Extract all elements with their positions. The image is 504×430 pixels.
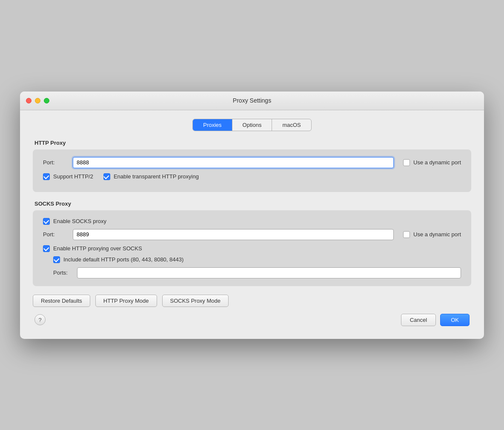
titlebar: Proxy Settings xyxy=(20,92,484,110)
http-port-input[interactable] xyxy=(73,157,394,168)
enable-http-over-socks-checkbox[interactable] xyxy=(43,245,50,252)
support-http2-row: Support HTTP/2 Enable transparent HTTP p… xyxy=(43,173,461,180)
socks-extra-ports-row: Ports: xyxy=(53,267,461,278)
socks-dynamic-port-label: Use a dynamic port xyxy=(413,231,461,238)
proxy-settings-window: Proxy Settings Proxies Options macOS HTT… xyxy=(20,92,484,339)
http-proxy-section-label: HTTP Proxy xyxy=(34,140,471,146)
socks-proxy-section-label: SOCKS Proxy xyxy=(34,201,471,207)
http-port-row: Port: Use a dynamic port xyxy=(43,157,461,168)
traffic-lights xyxy=(26,98,49,103)
socks-proxy-panel: Enable SOCKS proxy Port: Use a dynamic p… xyxy=(33,210,471,286)
tab-bar: Proxies Options macOS xyxy=(33,119,471,131)
tab-group: Proxies Options macOS xyxy=(192,119,312,131)
include-default-ports-label: Include default HTTP ports (80, 443, 808… xyxy=(63,256,183,263)
enable-transparent-label: Enable transparent HTTP proxying xyxy=(114,173,199,180)
socks-port-input[interactable] xyxy=(73,229,394,240)
enable-socks-row: Enable SOCKS proxy xyxy=(43,218,461,225)
mode-buttons: Restore Defaults HTTP Proxy Mode SOCKS P… xyxy=(33,295,471,307)
bottom-row: ? Cancel OK xyxy=(33,314,471,326)
enable-http-over-socks-label: Enable HTTP proxying over SOCKS xyxy=(53,245,142,252)
socks-port-row: Port: Use a dynamic port xyxy=(43,229,461,240)
http-dynamic-port-checkbox[interactable] xyxy=(403,159,410,166)
http-dynamic-port-label: Use a dynamic port xyxy=(413,159,461,166)
include-default-ports-row: Include default HTTP ports (80, 443, 808… xyxy=(53,256,461,263)
socks-dynamic-port-row: Use a dynamic port xyxy=(403,231,461,238)
socks-ports-input[interactable] xyxy=(77,267,461,278)
minimize-button[interactable] xyxy=(35,98,40,103)
http-proxy-mode-button[interactable]: HTTP Proxy Mode xyxy=(95,295,157,307)
enable-http-over-socks-row: Enable HTTP proxying over SOCKS xyxy=(43,245,461,252)
enable-socks-label: Enable SOCKS proxy xyxy=(53,218,106,224)
socks-ports-label: Ports: xyxy=(53,269,73,276)
support-http2-checkbox[interactable] xyxy=(43,173,50,180)
socks-port-label: Port: xyxy=(43,231,64,238)
restore-defaults-button[interactable]: Restore Defaults xyxy=(33,295,90,307)
enable-transparent-checkbox[interactable] xyxy=(103,173,110,180)
include-default-ports-checkbox[interactable] xyxy=(53,256,60,263)
dialog-buttons: Cancel OK xyxy=(401,314,470,326)
ok-button[interactable]: OK xyxy=(440,314,470,326)
help-icon: ? xyxy=(38,317,41,323)
maximize-button[interactable] xyxy=(44,98,49,103)
tab-proxies[interactable]: Proxies xyxy=(193,119,232,131)
help-button[interactable]: ? xyxy=(34,314,46,325)
cancel-button[interactable]: Cancel xyxy=(401,314,436,326)
http-proxy-panel: Port: Use a dynamic port Support HTTP/2 … xyxy=(33,149,471,192)
content-area: Proxies Options macOS HTTP Proxy Port: U… xyxy=(20,110,484,339)
window-title: Proxy Settings xyxy=(233,97,271,104)
close-button[interactable] xyxy=(26,98,32,103)
tab-options[interactable]: Options xyxy=(232,119,272,131)
socks-dynamic-port-checkbox[interactable] xyxy=(403,231,410,238)
enable-socks-checkbox[interactable] xyxy=(43,218,50,225)
socks-proxy-mode-button[interactable]: SOCKS Proxy Mode xyxy=(162,295,229,307)
http-dynamic-port-row: Use a dynamic port xyxy=(403,159,461,166)
http-port-label: Port: xyxy=(43,159,64,166)
support-http2-label: Support HTTP/2 xyxy=(53,173,93,180)
tab-macos[interactable]: macOS xyxy=(272,119,311,131)
